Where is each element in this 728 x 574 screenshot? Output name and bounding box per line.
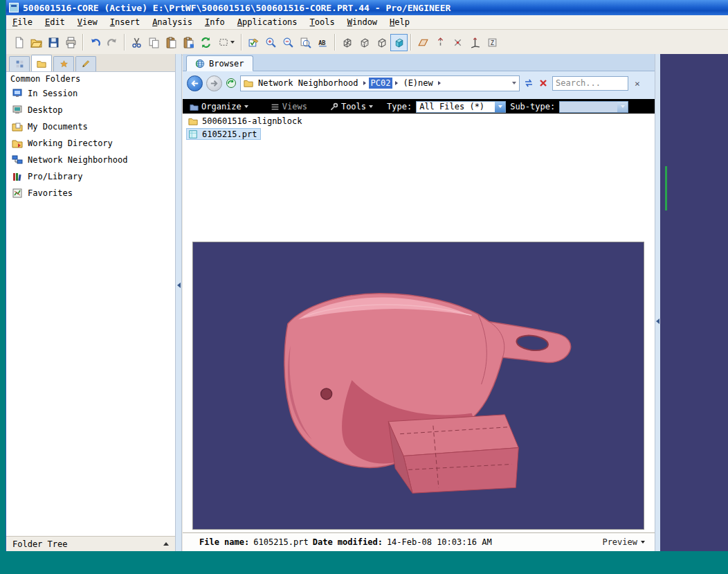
organize-menu[interactable]: Organize: [190, 102, 248, 111]
menu-analysis[interactable]: Analysis: [146, 17, 199, 27]
forward-button[interactable]: [206, 75, 222, 91]
sidebar-item-label: Network Neighborhood: [28, 155, 128, 165]
folder-tree-label: Folder Tree: [12, 539, 67, 549]
type-dropdown-arrow-icon[interactable]: [495, 102, 505, 112]
sidebar-item-desktop[interactable]: Desktop: [6, 102, 175, 118]
datum-axis-icon[interactable]: [432, 34, 449, 51]
type-dropdown[interactable]: All Files (*): [416, 101, 506, 113]
undo-icon[interactable]: [87, 34, 104, 51]
app-icon: [9, 3, 19, 12]
refresh-icon[interactable]: [523, 78, 534, 89]
pro-library-icon: [12, 171, 23, 182]
sidebar-item-pro-library[interactable]: Pro/Library: [6, 168, 175, 185]
preview-label: Preview: [602, 537, 637, 547]
subtype-dropdown[interactable]: [559, 101, 628, 113]
copy-icon[interactable]: [145, 34, 163, 51]
main-toolbar: AB Z: [6, 30, 728, 55]
sidebar-item-label: My Documents: [28, 122, 88, 132]
type-value: All Files (*): [419, 102, 484, 111]
views-menu[interactable]: Views: [271, 102, 307, 111]
zoom-out-icon[interactable]: [280, 34, 297, 51]
browser-command-bar: Organize Views Tools Type: All Files (*): [183, 99, 655, 114]
datum-plane-icon[interactable]: [415, 34, 432, 51]
tab-connections[interactable]: [75, 56, 96, 71]
file-row-alignblock[interactable]: 500601516-alignblock: [186, 115, 307, 127]
working-directory-icon: [12, 138, 23, 149]
stop-icon[interactable]: [538, 78, 549, 89]
collapse-navigator-icon[interactable]: [177, 282, 181, 288]
refit-icon[interactable]: [297, 34, 314, 51]
datum-point-icon[interactable]: [449, 34, 466, 51]
zoom-in-icon[interactable]: [262, 34, 280, 51]
menu-tools[interactable]: Tools: [304, 17, 341, 27]
search-input[interactable]: [552, 76, 628, 91]
menu-edit[interactable]: Edit: [39, 17, 71, 27]
sidebar-item-in-session[interactable]: In Session: [6, 85, 175, 102]
title-bar: 500601516-CORE (Active) E:\PrtWF\5006015…: [6, 0, 728, 15]
sidebar-item-my-documents[interactable]: My Documents: [6, 118, 175, 135]
breadcrumb-segment-enew[interactable]: (E)new: [401, 78, 435, 89]
back-button[interactable]: [187, 75, 203, 91]
sidebar-item-network-neighborhood[interactable]: Network Neighborhood: [6, 152, 175, 168]
menu-applications[interactable]: Applications: [231, 17, 304, 27]
toolbar-separator: [82, 34, 84, 51]
collapse-browser-icon[interactable]: [656, 319, 659, 324]
tab-favorites[interactable]: [53, 56, 74, 71]
save-icon[interactable]: [45, 34, 62, 51]
menu-insert[interactable]: Insert: [104, 17, 146, 27]
find-icon[interactable]: AB: [314, 34, 331, 51]
sidebar-item-working-directory[interactable]: Working Directory: [6, 135, 175, 152]
tab-model-tree[interactable]: [9, 56, 30, 71]
folder-icon: [188, 116, 198, 126]
new-file-icon[interactable]: [10, 34, 28, 51]
hidden-line-icon[interactable]: [356, 34, 373, 51]
shaded-icon[interactable]: [390, 34, 408, 51]
breadcrumb-segment-pc02[interactable]: PC02: [369, 78, 393, 89]
my-documents-icon: [12, 121, 23, 132]
close-browser-icon[interactable]: ×: [635, 78, 640, 89]
menu-file[interactable]: File: [6, 17, 39, 27]
preview-dropdown-icon: [641, 541, 645, 544]
sidebar-item-favorites[interactable]: Favorites: [6, 185, 175, 201]
navigator-splitter[interactable]: [176, 54, 182, 551]
paste-special-icon[interactable]: [180, 34, 197, 51]
paste-icon[interactable]: [163, 34, 180, 51]
regenerate-icon[interactable]: [197, 34, 215, 51]
breadcrumb[interactable]: Network Neighborhood PC02 (E)new: [240, 75, 520, 91]
edit-select-icon[interactable]: [245, 34, 262, 51]
folder-tree-bar[interactable]: Folder Tree: [6, 536, 175, 551]
organize-icon: [190, 102, 199, 111]
tab-folder-browser[interactable]: [31, 55, 52, 71]
browser-splitter[interactable]: [655, 54, 660, 551]
preview-toggle[interactable]: Preview: [602, 537, 645, 547]
reload-icon[interactable]: [226, 78, 237, 89]
desktop-icon: [12, 105, 23, 116]
cut-icon[interactable]: [128, 34, 145, 51]
selection-filter-icon[interactable]: [215, 34, 238, 51]
part-model-3d: [193, 242, 644, 529]
sidebar-item-label: Pro/Library: [28, 172, 82, 181]
svg-text:AB: AB: [318, 39, 325, 46]
common-folders-header: Common Folders: [6, 72, 175, 85]
menu-view[interactable]: View: [71, 17, 104, 27]
address-bar: Network Neighborhood PC02 (E)new ×: [183, 71, 655, 95]
no-hidden-icon[interactable]: [373, 34, 390, 51]
tab-browser[interactable]: Browser: [186, 55, 253, 71]
menu-help[interactable]: Help: [383, 17, 416, 27]
print-icon[interactable]: [62, 34, 80, 51]
address-dropdown-icon[interactable]: [512, 82, 516, 84]
menu-info[interactable]: Info: [199, 17, 231, 27]
file-name-value: 6105215.prt: [253, 537, 308, 547]
folder-tree-expand-icon[interactable]: [163, 542, 169, 546]
csys-icon[interactable]: [466, 34, 484, 51]
file-row-part[interactable]: 6105215.prt: [186, 128, 261, 140]
tools-menu[interactable]: Tools: [329, 102, 373, 111]
wireframe-icon[interactable]: [338, 34, 356, 51]
menu-window[interactable]: Window: [341, 17, 383, 27]
breadcrumb-segment-network[interactable]: Network Neighborhood: [256, 78, 361, 89]
cad-graphics-area: [660, 54, 728, 551]
open-icon[interactable]: [28, 34, 45, 51]
sidebar-item-label: In Session: [28, 89, 78, 98]
redo-icon[interactable]: [104, 34, 121, 51]
annotation-icon[interactable]: Z: [484, 34, 501, 51]
